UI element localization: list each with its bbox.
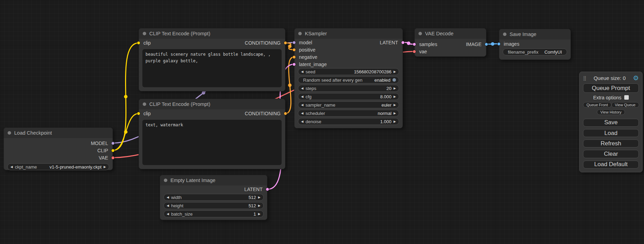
model-output-port[interactable] [111,142,115,145]
vae-output-port[interactable] [111,156,115,160]
widget-random-seed-toggle[interactable]: Random seed after every gen enabled [298,76,399,83]
increment-arrow-icon[interactable]: ▶ [394,70,396,73]
node-title: Load Checkpoint [14,130,52,136]
clear-button[interactable]: Clear [583,150,639,158]
latent-image-input-port[interactable] [292,63,296,66]
node-ksampler[interactable]: KSampler model LATENT positive negative … [294,28,403,128]
widget-value: 512 [248,203,256,208]
load-button[interactable]: Load [583,129,639,137]
node-vae-decode[interactable]: VAE Decode samples IMAGE vae [414,28,486,57]
view-history-button[interactable]: View History [597,109,625,115]
widget-value: euler [381,102,391,108]
vae-input-port[interactable] [413,50,416,53]
collapse-dot[interactable] [503,33,506,36]
widget-label: scheduler [306,111,325,116]
increment-arrow-icon[interactable]: ▶ [394,95,396,98]
node-titlebar[interactable]: CLIP Text Encode (Prompt) [139,28,285,39]
slot-label: positive [294,47,315,53]
refresh-button[interactable]: Refresh [583,139,639,147]
slot-label: LATENT [244,187,267,192]
decrement-arrow-icon[interactable]: ◀ [301,70,303,73]
toggle-indicator[interactable] [392,78,396,82]
node-titlebar[interactable]: CLIP Text Encode (Prompt) [139,99,285,109]
latent-output-port[interactable] [266,188,269,191]
negative-input-port[interactable] [292,55,296,59]
widget-label: seed [306,69,315,74]
widget-filename-prefix[interactable]: filename_prefix ComfyUI [503,48,567,55]
decrement-arrow-icon[interactable]: ◀ [167,213,169,216]
conditioning-output-port[interactable] [284,112,287,115]
samples-input-port[interactable] [413,43,416,46]
widget-ckpt-name[interactable]: ◀ ckpt_name v1-5-pruned-emaonly.ckpt ▶ [7,163,109,170]
increment-arrow-icon[interactable]: ▶ [258,213,261,216]
widget-scheduler[interactable]: ◀ scheduler normal ▶ [298,110,399,117]
node-titlebar[interactable]: KSampler [294,28,403,39]
widget-steps[interactable]: ◀ steps 20 ▶ [298,85,399,92]
increment-arrow-icon[interactable]: ▶ [394,103,396,107]
decrement-arrow-icon[interactable]: ◀ [301,95,303,98]
positive-input-port[interactable] [292,48,296,52]
node-canvas[interactable]: Load Checkpoint MODEL CLIP VAE ◀ ckpt_na… [0,0,644,244]
settings-gear-icon[interactable]: ⚙ [633,75,639,81]
node-load-checkpoint[interactable]: Load Checkpoint MODEL CLIP VAE ◀ ckpt_na… [3,127,113,170]
collapse-dot[interactable] [8,131,11,135]
drag-handle-icon[interactable]: ⣿ [583,75,586,81]
widget-value: 8.000 [380,94,392,99]
images-input-port[interactable] [497,42,501,46]
decrement-arrow-icon[interactable]: ◀ [167,204,169,207]
slot-label: VAE [99,155,113,161]
collapse-dot[interactable] [143,32,146,35]
widget-cfg[interactable]: ◀ cfg 8.000 ▶ [298,93,399,100]
node-empty-latent-image[interactable]: Empty Latent Image LATENT ◀ width 512 ▶ … [160,175,267,220]
prompt-textarea[interactable]: beautiful scenery nature glass bottle la… [142,49,282,87]
latent-output-port[interactable] [401,41,405,44]
node-titlebar[interactable]: Empty Latent Image [160,175,267,186]
widget-width[interactable]: ◀ width 512 ▶ [164,194,264,201]
queue-front-button[interactable]: Queue Front [583,102,611,108]
conditioning-output-port[interactable] [284,41,287,45]
collapse-dot[interactable] [298,32,302,35]
decrement-arrow-icon[interactable]: ◀ [10,165,13,169]
queue-prompt-button[interactable]: Queue Prompt [583,83,639,93]
node-clip-text-encode-negative[interactable]: CLIP Text Encode (Prompt) clip CONDITION… [139,99,285,169]
node-clip-text-encode-positive[interactable]: CLIP Text Encode (Prompt) clip CONDITION… [139,28,285,91]
increment-arrow-icon[interactable]: ▶ [258,196,261,199]
extra-options-checkbox[interactable] [624,95,629,100]
save-button[interactable]: Save [583,119,639,127]
increment-arrow-icon[interactable]: ▶ [394,120,396,123]
increment-arrow-icon[interactable]: ▶ [394,112,396,115]
node-titlebar[interactable]: Load Checkpoint [4,128,113,138]
prompt-textarea[interactable]: text, watermark [142,120,282,165]
node-title: KSampler [305,31,327,36]
node-titlebar[interactable]: Save Image [499,29,571,39]
model-input-port[interactable] [292,41,296,44]
decrement-arrow-icon[interactable]: ◀ [301,112,303,115]
node-titlebar[interactable]: VAE Decode [415,28,486,39]
increment-arrow-icon[interactable]: ▶ [104,165,106,169]
widget-value: 1 [254,211,256,217]
slot-label: negative [294,54,317,60]
slot-row: clip CONDITIONING [139,109,285,118]
widget-batch-size[interactable]: ◀ batch_size 1 ▶ [164,210,264,217]
node-save-image[interactable]: Save Image images filename_prefix ComfyU… [499,29,571,60]
widget-sampler-name[interactable]: ◀ sampler_name euler ▶ [298,101,399,108]
clip-input-port[interactable] [137,41,140,45]
widget-height[interactable]: ◀ height 512 ▶ [164,202,264,209]
decrement-arrow-icon[interactable]: ◀ [301,103,303,107]
clip-input-port[interactable] [137,112,140,115]
view-queue-button[interactable]: View Queue [611,102,639,108]
load-default-button[interactable]: Load Default [583,161,639,169]
widget-denoise[interactable]: ◀ denoise 1.000 ▶ [298,118,399,125]
collapse-dot[interactable] [164,179,167,182]
clip-output-port[interactable] [111,149,115,152]
collapse-dot[interactable] [143,102,146,106]
collapse-dot[interactable] [418,32,422,35]
widget-label: Random seed after every gen [303,78,362,83]
increment-arrow-icon[interactable]: ▶ [258,204,261,207]
decrement-arrow-icon[interactable]: ◀ [167,196,169,199]
decrement-arrow-icon[interactable]: ◀ [301,120,303,123]
decrement-arrow-icon[interactable]: ◀ [301,87,303,90]
increment-arrow-icon[interactable]: ▶ [394,87,396,90]
image-output-port[interactable] [485,43,488,46]
widget-seed[interactable]: ◀ seed 156680208700286 ▶ [298,68,399,75]
